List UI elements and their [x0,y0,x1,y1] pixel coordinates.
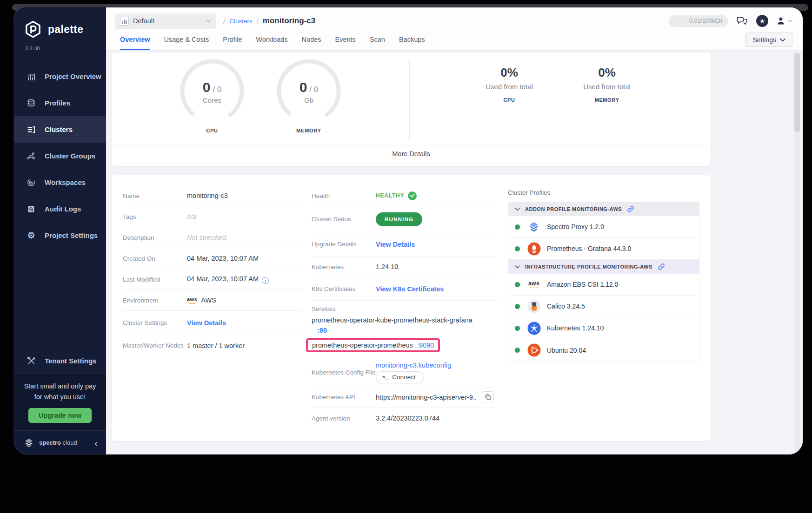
breadcrumb-divider: / [223,17,225,25]
sidebar-item-profiles[interactable]: Profiles [14,90,106,116]
spectro-proxy-icon [527,220,541,234]
addon-profile-header[interactable]: ADDON PROFILE MONITORING-AWS [508,202,699,216]
aws-icon: aws [187,297,197,304]
cluster-settings-link[interactable]: View Details [187,319,226,327]
description-value: Not specified. [187,234,228,241]
scrollbar-thumb[interactable] [794,53,800,132]
sidebar-item-workspaces[interactable]: Workspaces [14,169,106,196]
nodes-value: 1 master / 1 worker [187,342,245,349]
sidebar-nav: Project Overview Profiles [14,63,106,249]
row-tags: Tags n/a [123,206,303,227]
calico-icon [527,299,541,313]
brand-name: palette [48,23,83,36]
row-k8s-certificates: K8s Certificates View K8s Certificates [312,277,498,301]
info-icon[interactable]: i [262,277,269,284]
memory-gauge-label: MEMORY [275,128,343,133]
chevron-down-icon [515,265,520,269]
sidebar-item-tenant-settings[interactable]: Tenant Settings [14,348,106,374]
user-icon [776,16,785,26]
tab-workloads[interactable]: Workloads [256,31,287,50]
doc-search-icon [26,204,36,214]
project-selector[interactable]: Default [115,13,216,29]
running-status-badge: RUNNING [376,212,422,226]
chat-icon[interactable] [736,16,748,26]
cluster-name-value: monitoring-c3 [187,192,228,199]
screenshot-stage: palette 3.2.30 Project Overview [0,0,812,513]
cpu-usage-summary: 0% Used from total CPU [477,66,542,103]
status-dot [515,304,520,309]
link-icon[interactable] [627,205,634,213]
tab-overview[interactable]: Overview [120,31,150,50]
sidebar-item-label: Project Overview [45,72,101,80]
sidebar-item-clusters[interactable]: Clusters [14,116,106,143]
settings-button[interactable]: Settings [745,33,792,47]
row-health: Health HEALTHY [312,185,498,206]
check-icon [408,191,417,200]
kubeconfig-file-link[interactable]: monitoring-c3.kubeconfig [376,362,451,369]
row-kubernetes-version: Kubernetes 1.24.10 [312,256,498,277]
tab-events[interactable]: Events [335,31,355,50]
footer-brand: spectro cloud [39,439,90,446]
nodes-icon [26,151,36,161]
tab-nodes[interactable]: Nodes [302,31,321,50]
sidebar-item-audit-logs[interactable]: Audit Logs [14,196,106,222]
project-selector-value: Default [133,17,202,25]
row-agent-version: Agent version 3.2.4/20230223.0744 [312,408,498,429]
row-name: Name monitoring-c3 [123,185,303,206]
cluster-profiles-title: Cluster Profiles [508,189,699,196]
highlighted-service-prometheus: prometheus-operator-prometheus :9090 [306,338,440,352]
row-kubernetes-api: Kubernetes API https://monitoring-c3-api… [312,387,498,408]
profile-item-ubuntu[interactable]: Ubuntu 20.04 [508,339,699,361]
profile-item-prometheus-grafana[interactable]: Prometheus - Grafana 44.3.0 [508,238,699,260]
tab-usage-costs[interactable]: Usage & Costs [164,31,209,50]
upgrade-now-button[interactable]: Upgrade now [28,408,92,423]
more-details-button[interactable]: More Details [383,150,439,161]
environment-value: aws AWS [187,296,216,304]
service-prometheus-port-link[interactable]: :9090 [417,342,434,349]
cpu-usage-percent: 0% [477,66,542,80]
infrastructure-profile-header[interactable]: INFRASTRUCTURE PROFILE MONITORING-AWS [508,260,699,274]
promo-line1: Start small and only pay [19,381,101,391]
row-nodes: Master/Worker Nodes 1 master / 1 worker [123,335,303,356]
sidebar-collapse-icon[interactable]: ‹ [94,438,98,447]
sidebar-item-cluster-groups[interactable]: Cluster Groups [14,143,106,169]
sidebar-item-project-settings[interactable]: ⚙ Project Settings [14,222,106,249]
sidebar-item-label: Project Settings [45,231,98,239]
connect-button[interactable]: >_ Connect [376,371,424,383]
tab-scan[interactable]: Scan [370,31,385,50]
cluster-profiles-panel: Cluster Profiles ADDON PROFILE MONITORIN… [508,184,699,429]
agent-version-value: 3.2.4/20230223.0744 [376,414,439,422]
breadcrumb-clusters-link[interactable]: Clusters [229,18,253,25]
sidebar-item-project-overview[interactable]: Project Overview [14,63,106,90]
profile-item-amazon-ebs-csi[interactable]: aws Amazon EBS CSI 1.12.0 [508,274,699,296]
tab-profile[interactable]: Profile [223,31,242,50]
star-badge-icon[interactable]: ★ [756,15,768,27]
profile-item-kubernetes[interactable]: Kubernetes 1.24.10 [508,317,699,339]
layers-icon [26,98,36,108]
scrollbar-track[interactable] [794,52,800,452]
cluster-list-icon [26,125,36,135]
user-menu[interactable] [776,16,792,26]
cluster-status-column: Health HEALTHY Cluster Status RUNNING [312,184,498,429]
service-grafana-port-link[interactable]: :80 [312,326,498,335]
metrics-divider [409,59,410,141]
memory-gauge: 0 / 0 Gb MEMORY [275,57,343,125]
view-k8s-certificates-link[interactable]: View K8s Certificates [376,285,444,293]
sidebar-item-label: Profiles [45,99,70,107]
kubernetes-icon [527,321,541,335]
project-chart-icon [120,17,129,26]
profile-item-calico[interactable]: Calico 3.24.5 [508,296,699,317]
aws-icon: aws [527,277,541,291]
tab-backups[interactable]: Backups [399,31,425,50]
cluster-info-column: Name monitoring-c3 Tags n/a Description … [123,184,303,429]
link-icon[interactable] [658,263,665,270]
status-dot [515,348,520,353]
copy-icon[interactable] [482,391,494,403]
profile-item-spectro-proxy[interactable]: Spectro Proxy 1.2.0 [508,216,699,238]
chevron-down-icon [206,20,211,23]
upgrade-details-link[interactable]: View Details [376,241,415,248]
metrics-card: 0 / 0 Cores CPU 0 / 0 [112,53,711,166]
sidebar-item-label: Tenant Settings [45,357,96,365]
created-on-value: 04 Mar, 2023, 10:07 AM [187,255,259,262]
cpu-gauge-unit: Cores [178,96,246,104]
